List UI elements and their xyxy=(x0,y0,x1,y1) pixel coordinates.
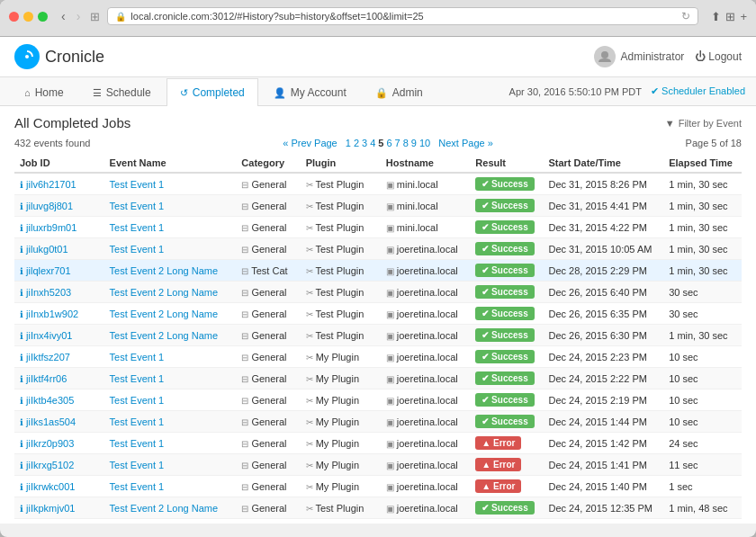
filter-by-event-button[interactable]: ▼ Filter by Event xyxy=(665,118,742,129)
menu-icon[interactable]: + xyxy=(740,10,747,23)
event-name-link[interactable]: Test Event 1 xyxy=(110,373,165,384)
event-name-link[interactable]: Test Event 1 xyxy=(110,179,165,190)
cell-elapsed: 1 min, 30 sec xyxy=(663,238,742,260)
power-icon: ⏻ xyxy=(695,50,706,63)
job-id-link[interactable]: jiIks1as504 xyxy=(26,416,76,427)
job-id-link[interactable]: jiIktf4rr06 xyxy=(26,373,67,384)
page-10-link[interactable]: 10 xyxy=(419,138,430,148)
event-name-link[interactable]: Test Event 1 xyxy=(110,352,165,362)
maximize-button[interactable] xyxy=(38,12,48,22)
cell-elapsed: 11 sec xyxy=(663,454,742,476)
event-name-link[interactable]: Test Event 2 Long Name xyxy=(110,503,218,514)
cell-hostname: ▣ mini.local xyxy=(381,217,471,238)
job-id-link[interactable]: jiluxrb9m01 xyxy=(26,222,76,233)
page-9-link[interactable]: 9 xyxy=(411,138,417,148)
result-badge: ▲ Error xyxy=(475,458,521,471)
job-id-link[interactable]: jiIkpkmjv01 xyxy=(26,503,75,514)
tab-completed[interactable]: ↺ Completed xyxy=(166,78,258,106)
host-icon: ▣ xyxy=(386,461,394,470)
logout-button[interactable]: ⏻ Logout xyxy=(695,50,742,63)
job-id-link[interactable]: jiluvg8j801 xyxy=(26,201,73,211)
event-name-link[interactable]: Test Event 1 xyxy=(110,395,165,406)
page-8-link[interactable]: 8 xyxy=(403,138,409,148)
info-icon[interactable]: ℹ xyxy=(20,374,23,384)
page-2-link[interactable]: 2 xyxy=(354,138,359,148)
info-icon[interactable]: ℹ xyxy=(20,245,23,255)
tab-admin[interactable]: 🔒 Admin xyxy=(362,78,436,106)
forward-button[interactable]: › xyxy=(74,9,84,23)
page-3-link[interactable]: 3 xyxy=(362,138,367,148)
close-button[interactable] xyxy=(9,12,19,22)
job-id-link[interactable]: jiIktb4e305 xyxy=(26,395,74,406)
job-id-link[interactable]: jiInxh5203 xyxy=(26,287,71,298)
event-name-link[interactable]: Test Event 1 xyxy=(110,201,165,211)
event-name-link[interactable]: Test Event 1 xyxy=(110,460,165,470)
page-6-link[interactable]: 6 xyxy=(386,138,392,148)
info-icon[interactable]: ℹ xyxy=(20,439,23,449)
event-name-link[interactable]: Test Event 1 xyxy=(110,416,165,427)
info-icon[interactable]: ℹ xyxy=(20,223,23,233)
hostname-value: joeretina.local xyxy=(397,330,458,341)
job-id-link[interactable]: jiIkrxg5102 xyxy=(26,460,74,470)
tab-schedule[interactable]: ☰ Schedule xyxy=(79,78,165,106)
new-tab-icon[interactable]: ⊞ xyxy=(725,10,735,23)
minimize-button[interactable] xyxy=(23,12,33,22)
job-id-link[interactable]: jilukg0t01 xyxy=(26,244,68,255)
prev-page-link[interactable]: « Prev Page xyxy=(283,138,338,148)
event-name-link[interactable]: Test Event 2 Long Name xyxy=(110,265,218,276)
cell-hostname: ▣ joeretina.local xyxy=(381,497,471,519)
info-icon[interactable]: ℹ xyxy=(20,417,23,427)
cell-date: Dec 26, 2015 6:35 PM xyxy=(543,303,663,325)
tab-my-account[interactable]: 👤 My Account xyxy=(260,78,360,106)
job-id-link[interactable]: jiIktfsz207 xyxy=(26,352,70,362)
info-icon[interactable]: ℹ xyxy=(20,180,23,190)
table-row: ℹ jiInxh5203 Test Event 2 Long Name ⊟ Ge… xyxy=(14,282,742,303)
info-icon[interactable]: ℹ xyxy=(20,201,23,211)
logo: Cronicle xyxy=(14,44,104,69)
cell-elapsed: 10 sec xyxy=(663,368,742,389)
event-name-link[interactable]: Test Event 2 Long Name xyxy=(110,287,218,298)
info-icon[interactable]: ℹ xyxy=(20,309,23,319)
job-id-link[interactable]: jiIkrz0p903 xyxy=(26,438,74,449)
cell-date: Dec 31, 2015 4:41 PM xyxy=(543,195,663,217)
info-icon[interactable]: ℹ xyxy=(20,331,23,341)
cell-plugin: ✂ My Plugin xyxy=(301,476,381,497)
address-bar[interactable]: local.cronicle.com:3012/#History?sub=his… xyxy=(130,11,677,22)
job-id-link[interactable]: jiIkrwkc001 xyxy=(26,481,75,492)
tab-home[interactable]: ⌂ Home xyxy=(11,78,77,106)
event-name-link[interactable]: Test Event 2 Long Name xyxy=(110,330,218,341)
info-icon[interactable]: ℹ xyxy=(20,504,23,514)
plugin-value: Test Plugin xyxy=(316,330,364,341)
back-button[interactable]: ‹ xyxy=(58,9,68,23)
next-page-link[interactable]: Next Page » xyxy=(438,138,493,148)
info-icon[interactable]: ℹ xyxy=(20,396,23,406)
info-icon[interactable]: ℹ xyxy=(20,353,23,362)
job-id-link[interactable]: jiInxb1w902 xyxy=(26,309,78,319)
plugin-value: My Plugin xyxy=(316,352,359,362)
info-icon[interactable]: ℹ xyxy=(20,266,23,276)
event-name-link[interactable]: Test Event 1 xyxy=(110,244,165,255)
page-4-link[interactable]: 4 xyxy=(370,138,375,148)
scheduler-status: ✔ Scheduler Enabled xyxy=(651,85,745,97)
table-row: ℹ jiluxrb9m01 Test Event 1 ⊟ General ✂ T… xyxy=(14,217,742,238)
event-name-link[interactable]: Test Event 1 xyxy=(110,222,165,233)
job-id-link[interactable]: jiInx4ivy01 xyxy=(26,330,72,341)
cell-category: ⊟ General xyxy=(236,238,300,260)
info-icon[interactable]: ℹ xyxy=(20,461,23,470)
event-name-link[interactable]: Test Event 1 xyxy=(110,438,165,449)
job-id-link[interactable]: jilv6h21701 xyxy=(26,179,76,190)
cell-elapsed: 1 min, 30 sec xyxy=(663,195,742,217)
cell-date: Dec 31, 2015 10:05 AM xyxy=(543,238,663,260)
info-icon[interactable]: ℹ xyxy=(20,288,23,298)
hostname-value: joeretina.local xyxy=(397,265,458,276)
info-icon[interactable]: ℹ xyxy=(20,482,23,492)
hostname-value: mini.local xyxy=(397,222,438,233)
job-id-link[interactable]: jilqlexr701 xyxy=(26,265,71,276)
col-header-event: Event Name xyxy=(104,154,237,173)
share-icon[interactable]: ⬆ xyxy=(711,10,721,23)
refresh-icon[interactable]: ↻ xyxy=(681,10,690,22)
page-7-link[interactable]: 7 xyxy=(395,138,400,148)
page-1-link[interactable]: 1 xyxy=(346,138,351,148)
event-name-link[interactable]: Test Event 2 Long Name xyxy=(110,309,218,319)
event-name-link[interactable]: Test Event 1 xyxy=(110,481,165,492)
